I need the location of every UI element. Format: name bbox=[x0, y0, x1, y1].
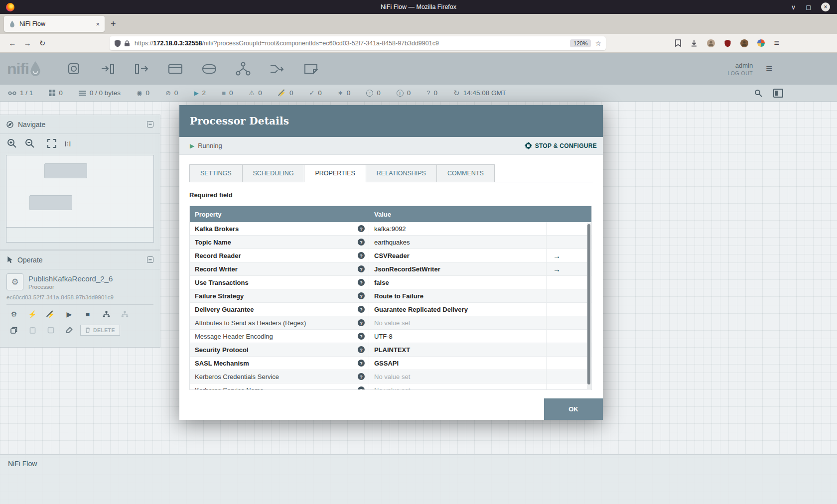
operate-collapse-icon[interactable] bbox=[147, 256, 153, 263]
property-row[interactable]: Kerberos Service Name ? No value set bbox=[190, 383, 591, 389]
tab-relationships[interactable]: RELATIONSHIPS bbox=[366, 164, 437, 182]
window-minimize-icon[interactable]: ∨ bbox=[791, 3, 796, 11]
help-icon[interactable]: ? bbox=[358, 373, 365, 380]
tab-properties[interactable]: PROPERTIES bbox=[304, 164, 366, 182]
help-icon[interactable]: ? bbox=[358, 306, 365, 313]
ok-button[interactable]: OK bbox=[544, 398, 603, 420]
navigate-collapse-icon[interactable] bbox=[147, 121, 153, 127]
stop-and-configure-button[interactable]: STOP & CONFIGURE bbox=[525, 142, 597, 149]
ungroup-button[interactable] bbox=[117, 308, 132, 321]
search-icon[interactable] bbox=[754, 89, 762, 97]
disable-button[interactable]: ⚡ bbox=[43, 308, 58, 321]
property-row[interactable]: Use Transactions ? false bbox=[190, 276, 591, 289]
property-value[interactable]: Guarantee Replicated Delivery bbox=[374, 306, 468, 313]
goto-service-icon[interactable]: → bbox=[553, 252, 560, 260]
pocket-icon[interactable] bbox=[675, 39, 681, 47]
help-icon[interactable]: ? bbox=[358, 292, 365, 299]
property-row[interactable]: Security Protocol ? PLAINTEXT bbox=[190, 343, 591, 357]
reload-button[interactable]: ↻ bbox=[35, 39, 50, 48]
property-value[interactable]: UTF-8 bbox=[374, 333, 393, 340]
start-button[interactable]: ▶ bbox=[62, 308, 77, 321]
bookmark-star-icon[interactable]: ☆ bbox=[595, 39, 601, 47]
zoom-actual-icon[interactable]: |:| bbox=[65, 140, 71, 146]
help-icon[interactable]: ? bbox=[358, 386, 365, 389]
help-icon[interactable]: ? bbox=[358, 252, 365, 259]
property-row[interactable]: Kerberos Credentials Service ? No value … bbox=[190, 370, 591, 383]
help-icon[interactable]: ? bbox=[358, 239, 365, 246]
help-icon[interactable]: ? bbox=[358, 333, 365, 340]
help-icon[interactable]: ? bbox=[358, 346, 365, 353]
url-text[interactable]: https://172.18.0.3:32558/nifi/?processGr… bbox=[135, 40, 566, 47]
property-value[interactable]: JsonRecordSetWriter bbox=[374, 265, 440, 273]
forward-button[interactable]: → bbox=[20, 39, 35, 47]
tab-settings[interactable]: SETTINGS bbox=[189, 164, 243, 182]
shield-icon[interactable] bbox=[114, 39, 121, 47]
account-avatar-icon[interactable] bbox=[707, 39, 715, 47]
color-palette-button[interactable] bbox=[43, 324, 58, 337]
tab-close-icon[interactable]: × bbox=[96, 20, 100, 28]
input-port-icon[interactable] bbox=[99, 61, 117, 77]
property-row[interactable]: Kafka Brokers ? kafka:9092 bbox=[190, 222, 591, 236]
help-icon[interactable]: ? bbox=[358, 225, 365, 232]
goto-service-icon[interactable]: → bbox=[553, 265, 560, 273]
zoom-fit-icon[interactable] bbox=[47, 138, 57, 148]
funnel-icon[interactable] bbox=[234, 61, 252, 77]
birdseye-minimap[interactable] bbox=[6, 155, 154, 228]
property-row[interactable]: Failure Strategy ? Route to Failure bbox=[190, 289, 591, 303]
process-group-icon[interactable] bbox=[166, 61, 184, 77]
scrollbar-thumb[interactable] bbox=[587, 224, 590, 384]
property-value[interactable]: Route to Failure bbox=[374, 292, 423, 300]
window-close-icon[interactable]: × bbox=[821, 2, 830, 11]
sidebar-toggle-icon[interactable] bbox=[773, 89, 783, 98]
property-row[interactable]: Record Writer ? JsonRecordSetWriter → bbox=[190, 262, 591, 276]
tab-comments[interactable]: COMMENTS bbox=[437, 164, 495, 182]
extension-avatar-icon[interactable] bbox=[740, 39, 748, 47]
help-icon[interactable]: ? bbox=[358, 360, 365, 367]
tab-scheduling[interactable]: SCHEDULING bbox=[243, 164, 305, 182]
group-button[interactable] bbox=[99, 308, 114, 321]
template-icon[interactable] bbox=[268, 61, 286, 77]
configure-button[interactable]: ⚙ bbox=[6, 308, 21, 321]
output-port-icon[interactable] bbox=[133, 61, 150, 77]
property-value[interactable]: CSVReader bbox=[374, 252, 410, 259]
url-bar[interactable]: https://172.18.0.3:32558/nifi/?processGr… bbox=[110, 36, 606, 50]
logout-link[interactable]: LOG OUT bbox=[727, 70, 753, 76]
browser-tab-nifi-flow[interactable]: NiFi Flow × bbox=[4, 16, 105, 32]
refresh-icon[interactable]: ↻ bbox=[453, 89, 460, 98]
downloads-icon[interactable] bbox=[690, 39, 698, 47]
copy-button[interactable] bbox=[6, 324, 21, 337]
extension-pinwheel-icon[interactable] bbox=[757, 39, 765, 47]
zoom-level-badge[interactable]: 120% bbox=[570, 39, 591, 47]
remote-process-group-icon[interactable] bbox=[200, 61, 218, 77]
zoom-out-icon[interactable] bbox=[25, 138, 35, 148]
global-menu-icon[interactable]: ≡ bbox=[766, 62, 772, 75]
property-value[interactable]: No value set bbox=[374, 319, 410, 327]
property-value[interactable]: No value set bbox=[374, 373, 410, 380]
new-tab-button[interactable]: + bbox=[111, 19, 116, 29]
brush-button[interactable] bbox=[62, 324, 77, 337]
zoom-in-icon[interactable] bbox=[7, 138, 17, 148]
property-value[interactable]: earthquakes bbox=[374, 239, 410, 246]
selected-component-id[interactable]: ec60cd03-52f7-341a-8458-97b3dd9901c9 bbox=[6, 294, 153, 300]
property-row[interactable]: Attributes to Send as Headers (Regex) ? … bbox=[190, 316, 591, 330]
property-row[interactable]: Message Header Encoding ? UTF-8 bbox=[190, 330, 591, 343]
help-icon[interactable]: ? bbox=[358, 319, 365, 326]
table-scrollbar[interactable] bbox=[587, 223, 591, 389]
help-icon[interactable]: ? bbox=[358, 279, 365, 286]
help-icon[interactable]: ? bbox=[358, 265, 365, 272]
nifi-logo[interactable]: nifi bbox=[7, 61, 42, 77]
paste-button[interactable] bbox=[25, 324, 40, 337]
property-value[interactable]: PLAINTEXT bbox=[374, 346, 410, 354]
property-value[interactable]: GSSAPI bbox=[374, 360, 399, 367]
menu-hamburger-icon[interactable]: ≡ bbox=[774, 38, 779, 48]
back-button[interactable]: ← bbox=[5, 39, 20, 47]
property-row[interactable]: Delivery Guarantee ? Guarantee Replicate… bbox=[190, 303, 591, 316]
stop-button[interactable]: ■ bbox=[80, 308, 95, 321]
enable-button[interactable]: ⚡ bbox=[25, 308, 40, 321]
property-value[interactable]: false bbox=[374, 279, 389, 286]
window-maximize-icon[interactable]: ◻ bbox=[806, 3, 811, 11]
ublock-shield-icon[interactable] bbox=[724, 39, 731, 47]
breadcrumb[interactable]: NiFi Flow bbox=[8, 460, 37, 468]
delete-button[interactable]: DELETE bbox=[80, 325, 120, 336]
property-row[interactable]: Record Reader ? CSVReader → bbox=[190, 249, 591, 262]
